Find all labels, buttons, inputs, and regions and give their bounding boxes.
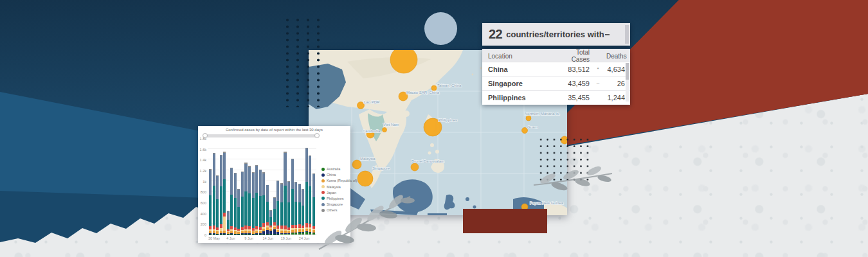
bar-segment — [230, 168, 233, 195]
stacked-bar-8-jun[interactable] — [241, 172, 244, 235]
bar-segment — [291, 189, 294, 225]
countries-summary-header: 22 countries/territories with — [482, 23, 630, 46]
bar-segment — [244, 164, 247, 192]
countries-count: 22 — [489, 27, 502, 42]
case-bubble-taiwan-china[interactable] — [431, 85, 437, 91]
header-scrollbar[interactable] — [625, 25, 629, 44]
stacked-bar-17-jun[interactable] — [273, 197, 276, 235]
bar-segment — [266, 230, 269, 235]
stacked-bar-21-jun[interactable] — [287, 181, 290, 235]
stacked-bar-18-jun[interactable] — [276, 181, 279, 235]
row-total-cases: 83,512 — [559, 66, 590, 73]
table-scrollbar-thumb[interactable] — [626, 63, 629, 80]
stacked-bar-9-jun[interactable] — [244, 163, 247, 235]
bar-segment — [216, 199, 219, 227]
y-tick-label: 1.8k — [198, 137, 206, 141]
bar-segment — [213, 154, 215, 186]
bar-segment — [273, 229, 276, 235]
bar-segment — [302, 206, 304, 226]
row-footnote-mark: – — [590, 80, 606, 86]
bar-segment — [269, 211, 272, 217]
bar-segment — [294, 182, 297, 202]
row-deaths: 4,634 — [606, 66, 625, 73]
stacked-bar-24-jun[interactable] — [298, 184, 301, 235]
bar-segment — [305, 182, 308, 223]
stacked-bar-22-jun[interactable] — [291, 159, 294, 235]
stacked-bar-12-jun[interactable] — [255, 165, 258, 235]
bar-segment — [244, 191, 247, 226]
map-label: Papua New Guinea — [530, 201, 564, 205]
bar-segment — [309, 156, 311, 187]
row-deaths: 1,244 — [606, 94, 625, 102]
stacked-bar-4-jun[interactable] — [227, 211, 230, 235]
legend-item-korea-republic-of-[interactable]: Korea (Republic of) — [321, 179, 357, 182]
legend-item-australia[interactable]: Australia — [321, 167, 357, 171]
case-bubble-singapore[interactable] — [357, 171, 373, 186]
bar-segment — [209, 195, 212, 226]
bar-segment — [309, 233, 311, 235]
stacked-bar-30-may[interactable] — [209, 169, 212, 235]
leaf-sprig-left — [314, 185, 417, 254]
bar-segment — [259, 196, 262, 227]
bar-segment — [223, 217, 226, 231]
chart-range-slider[interactable] — [204, 134, 318, 137]
bar-segment — [305, 232, 308, 235]
bar-segment — [227, 211, 230, 220]
map-label: Lao PDR — [364, 100, 380, 104]
case-bubble-viet-nam[interactable] — [383, 128, 387, 132]
y-tick-label: 600 — [198, 201, 206, 205]
table-row[interactable]: Singapore 43,459 – 26 — [482, 76, 630, 90]
bar-segment — [273, 209, 276, 222]
slider-handle-right[interactable] — [314, 133, 320, 138]
bar-segment — [255, 166, 258, 193]
bar-segment — [252, 173, 255, 197]
case-bubble-northern-mariana-is-[interactable] — [526, 116, 531, 121]
bar-segment — [209, 170, 212, 195]
legend-item-china[interactable]: China — [321, 173, 357, 177]
stacked-bar-27-jun[interactable] — [309, 155, 311, 235]
stacked-bar-3-jun[interactable] — [223, 152, 226, 235]
stacked-bar-20-jun[interactable] — [284, 152, 286, 235]
stacked-bar-7-jun[interactable] — [237, 189, 240, 235]
stacked-bar-31-may[interactable] — [213, 153, 215, 235]
stacked-bar-16-jun[interactable] — [269, 210, 272, 235]
row-location: Philippines — [488, 94, 559, 102]
stacked-bar-5-jun[interactable] — [230, 168, 233, 235]
stacked-bar-10-jun[interactable] — [248, 166, 251, 235]
table-row[interactable]: China 83,512 * 4,634 — [482, 62, 630, 76]
stacked-bar-11-jun[interactable] — [252, 172, 255, 235]
bar-segment — [259, 170, 262, 196]
bar-segment — [287, 182, 290, 202]
stacked-bar-2-jun[interactable] — [220, 155, 222, 235]
bar-segment — [276, 181, 279, 201]
stacked-bar-14-jun[interactable] — [262, 172, 265, 235]
stacked-bar-23-jun[interactable] — [294, 182, 297, 235]
bar-segment — [280, 184, 283, 203]
stacked-bar-6-jun[interactable] — [234, 173, 237, 235]
bar-segment — [298, 233, 301, 235]
stacked-bar-25-jun[interactable] — [302, 189, 304, 235]
stacked-bar-13-jun[interactable] — [259, 170, 262, 235]
map-label: Northern Mariana Is. — [525, 112, 560, 116]
bar-segment — [213, 186, 215, 226]
countries-summary-text: countries/territories with — [506, 30, 604, 39]
bar-segment — [223, 153, 226, 180]
legend-color-dot — [321, 173, 325, 177]
bar-segment — [220, 155, 222, 186]
stacked-bar-26-jun[interactable] — [305, 148, 308, 235]
row-location: Singapore — [488, 80, 559, 87]
map-label: Guam — [527, 125, 538, 129]
stacked-bar-15-jun[interactable] — [266, 185, 269, 235]
stacked-bar-1-jun[interactable] — [216, 175, 219, 235]
col-total-cases: Total Cases — [559, 49, 590, 63]
map-label: Viet Nam — [383, 123, 399, 127]
x-tick-label: 24 Jun — [299, 236, 310, 240]
case-bubble-lao-pdr[interactable] — [357, 102, 365, 109]
chart-plot[interactable] — [208, 139, 316, 235]
bar-segment — [269, 217, 272, 226]
stacked-bar-19-jun[interactable] — [280, 183, 283, 235]
table-row[interactable]: Philippines 35,455 1,244 — [482, 90, 630, 104]
case-bubble-brunei-darussalam[interactable] — [411, 163, 419, 171]
bar-segment — [298, 202, 301, 224]
bar-segment — [252, 198, 255, 228]
